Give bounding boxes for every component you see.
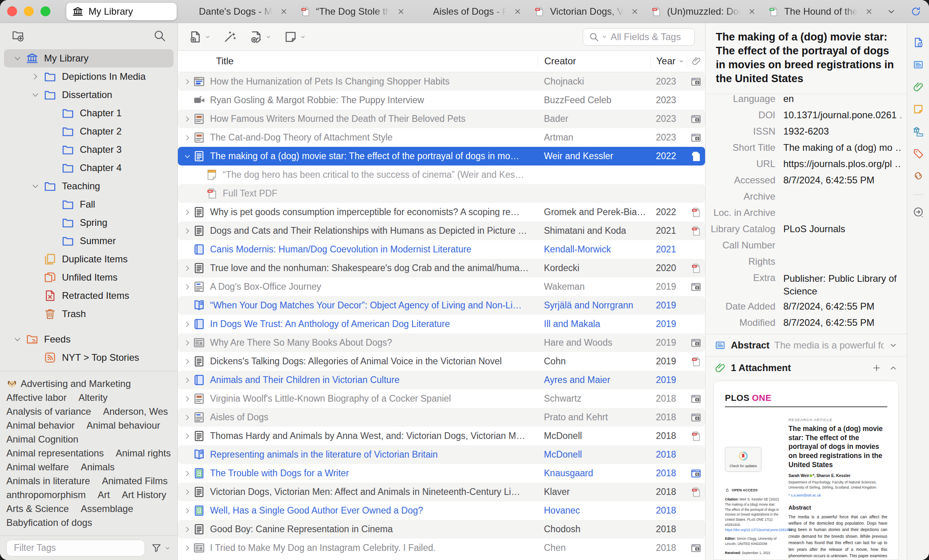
tag[interactable]: Animals [81,460,114,474]
expander-chevron-icon[interactable] [178,507,191,515]
field-row[interactable]: Date Added 8/7/2024, 6:42:55 PM [705,297,901,314]
field-row[interactable]: Language en [705,94,901,106]
tag[interactable]: Arts & Science [6,502,69,516]
tag[interactable]: Animal rights [116,446,171,460]
expander-chevron-icon[interactable] [178,525,191,533]
tab[interactable]: “The Dog Stole the P [294,3,411,20]
add-attachment-button[interactable] [249,30,272,44]
add-attachment-plus-icon[interactable] [872,363,881,373]
collection-tree-item[interactable]: Duplicate Items [4,250,173,268]
tab[interactable]: Dante's Dogs - Mang [177,3,294,20]
column-header-year[interactable]: Year [650,55,687,68]
table-row[interactable]: Thomas Hardy and Animals by Anna West, a… [178,427,705,445]
collection-tree-item[interactable]: Retracted Items [4,287,173,305]
field-row[interactable]: ISSN 1932-6203 [705,122,901,139]
attachment-preview-card[interactable]: PLOS ONE Check for updates OPEN ACCESS [713,381,899,560]
feed-tree-item[interactable]: NYT > Top Stories [4,348,173,367]
expander-chevron-icon[interactable] [178,488,191,496]
tab[interactable]: Aisles of Dogs - Pra [411,3,528,20]
close-icon[interactable] [279,7,288,16]
expander-chevron-icon[interactable] [178,320,191,328]
column-header-creator[interactable]: Creator [538,55,650,68]
field-row[interactable]: Short Title The making of a (dog) mo … [705,139,901,155]
tag[interactable]: Assemblage [81,502,133,516]
close-icon[interactable] [513,7,522,16]
table-row[interactable]: How Famous Writers Mourned the Death of … [178,110,705,128]
table-row[interactable]: Representing animals in the literature o… [178,445,705,464]
expander-chevron-icon[interactable] [10,54,25,63]
tag[interactable]: Art History [122,488,166,502]
table-row[interactable]: Animals and Their Children in Victorian … [178,371,705,389]
expander-chevron-icon[interactable] [178,432,191,440]
expander-chevron-icon[interactable] [178,339,191,347]
expander-chevron-icon[interactable] [27,182,43,191]
collapse-caret-up-icon[interactable] [889,363,898,373]
field-row[interactable]: DOI 10.1371/journal.pone.0261 … [705,106,901,122]
pane-tab[interactable] [912,148,924,160]
close-window-button[interactable] [7,6,17,16]
tag[interactable]: Babyfication of dogs [6,516,92,529]
feed-tree-item[interactable]: Feeds [4,330,173,348]
field-row[interactable]: Archive [705,187,901,204]
chevron-down-icon[interactable] [601,34,607,40]
locate-button[interactable] [912,206,924,218]
expander-chevron-icon[interactable] [178,414,191,421]
pane-tab[interactable] [912,125,924,137]
tag[interactable]: Art [98,488,110,502]
attachments-section-header[interactable]: 1 Attachment [705,356,907,379]
collection-tree-item[interactable]: Chapter 1 [4,104,173,122]
tag[interactable]: Alterity [79,391,108,404]
table-row[interactable]: Good Boy: Canine Representation in Cinem… [178,520,705,539]
expander-chevron-icon[interactable] [178,283,191,291]
table-row[interactable]: The Trouble with Dogs for a Writer Knaus… [178,464,705,483]
search-box[interactable] [583,28,695,46]
close-icon[interactable] [748,7,756,16]
field-value[interactable]: en [783,94,901,104]
tab-overflow-chevron-down-icon[interactable] [886,6,896,17]
add-by-identifier-button[interactable] [223,30,237,44]
expander-chevron-icon[interactable] [178,395,191,403]
tab[interactable]: Victorian Dogs, Victo [528,3,645,20]
table-row[interactable]: “The dog hero has been critical to the s… [178,165,705,184]
expander-chevron-icon[interactable] [178,115,191,123]
pane-tab[interactable] [912,81,924,93]
pane-tab[interactable] [912,37,924,48]
expander-chevron-icon[interactable] [178,470,191,477]
field-value[interactable]: 8/7/2024, 6:42:55 PM [783,301,901,312]
collection-tree-item[interactable]: Chapter 4 [4,159,173,177]
expander-chevron-icon[interactable] [178,264,191,272]
expander-chevron-icon[interactable] [178,544,191,552]
tag[interactable]: Affective labor [6,391,67,404]
expander-chevron-icon[interactable] [27,90,43,99]
collection-tree-item[interactable]: Trash [4,305,173,323]
tag[interactable]: Analysis of variance [6,404,91,418]
tag[interactable]: Animal Cognition [6,432,78,446]
expander-chevron-icon[interactable] [178,358,191,366]
table-row[interactable]: “When Your Dog Matches Your Decor”: Obje… [178,296,705,315]
table-row[interactable]: I Tried to Make My Dog an Instagram Cele… [178,539,705,557]
new-collection-icon[interactable] [11,29,25,42]
table-row[interactable]: Aisles of Dogs Prato and Kehrt 2018 [178,408,705,427]
table-row[interactable]: Victorian Dogs, Victorian Men: Affect an… [178,483,705,501]
expander-chevron-icon[interactable] [178,208,191,216]
chevron-down-icon[interactable] [889,341,898,350]
pane-tab[interactable] [912,59,924,71]
field-row[interactable]: Library Catalog PLoS Journals [705,220,901,236]
collection-tree-item[interactable]: My Library [4,49,173,67]
collection-tree-item[interactable]: Unfiled Items [4,268,173,287]
table-row[interactable]: Full Text PDF [178,184,705,203]
search-icon[interactable] [589,32,599,42]
field-value[interactable]: https://journals.plos.org/pl … [783,158,901,169]
field-value[interactable]: 8/7/2024, 6:42:55 PM [783,317,901,328]
tag[interactable]: Animated Films [102,474,168,488]
expander-chevron-icon[interactable] [178,152,191,160]
table-row[interactable]: Virginia Woolf's Little-Known Biography … [178,389,705,408]
collection-tree-item[interactable]: Chapter 2 [4,122,173,140]
table-row[interactable]: Why Are There So Many Books About Dogs? … [178,333,705,352]
sync-icon[interactable] [910,6,922,17]
tab[interactable]: (Un)muzzled: Dogs i [645,3,762,20]
collection-tree-item[interactable]: Fall [4,195,173,214]
collection-tree-item[interactable]: Chapter 3 [4,140,173,159]
pane-tab[interactable] [912,170,924,182]
tag[interactable]: Anderson, Wes [103,404,168,418]
